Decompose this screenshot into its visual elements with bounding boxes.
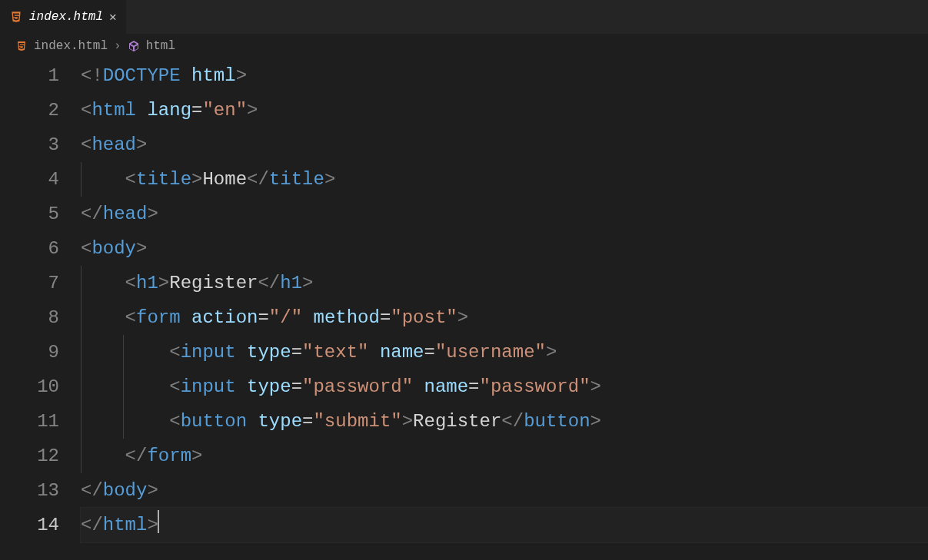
line-number: 3 — [0, 128, 59, 162]
line-number: 11 — [0, 404, 59, 439]
line-number: 4 — [0, 162, 59, 197]
code-editor[interactable]: 1234567891011121314 <!DOCTYPE html><html… — [0, 58, 928, 542]
code-line[interactable]: <h1>Register</h1> — [81, 266, 928, 300]
code-line[interactable]: <!DOCTYPE html> — [81, 58, 928, 93]
line-number: 5 — [0, 197, 59, 231]
line-number: 8 — [0, 300, 59, 335]
line-number: 7 — [0, 266, 59, 300]
code-content[interactable]: <!DOCTYPE html><html lang="en"><head> <t… — [81, 58, 928, 542]
code-line[interactable]: <input type="password" name="password"> — [81, 369, 928, 404]
close-icon[interactable]: ✕ — [109, 9, 117, 25]
symbol-icon — [128, 40, 140, 52]
line-number-gutter: 1234567891011121314 — [0, 58, 81, 542]
chevron-right-icon: › — [114, 39, 121, 53]
code-line[interactable]: <body> — [81, 231, 928, 266]
code-line[interactable]: <title>Home</title> — [81, 162, 928, 197]
tab-bar: index.html ✕ — [0, 0, 928, 34]
code-line[interactable]: <html lang="en"> — [81, 93, 928, 128]
line-number: 14 — [0, 508, 59, 542]
line-number: 6 — [0, 231, 59, 266]
code-line[interactable]: </html> — [81, 508, 928, 542]
code-line[interactable]: <head> — [81, 128, 928, 162]
text-cursor — [158, 510, 159, 533]
line-number: 9 — [0, 335, 59, 369]
html-file-icon — [15, 40, 28, 52]
code-line[interactable]: <form action="/" method="post"> — [81, 300, 928, 335]
html-file-icon — [9, 10, 23, 24]
line-number: 1 — [0, 58, 59, 93]
line-number: 10 — [0, 369, 59, 404]
breadcrumb-symbol: html — [146, 39, 175, 53]
code-line[interactable]: </form> — [81, 439, 928, 473]
line-number: 2 — [0, 93, 59, 128]
code-line[interactable]: </head> — [81, 197, 928, 231]
code-line[interactable]: </body> — [81, 473, 928, 508]
breadcrumb-file: index.html — [34, 39, 108, 53]
code-line[interactable]: <button type="submit">Register</button> — [81, 404, 928, 439]
code-line[interactable]: <input type="text" name="username"> — [81, 335, 928, 369]
breadcrumb[interactable]: index.html › html — [0, 34, 928, 58]
tab-index-html[interactable]: index.html ✕ — [0, 0, 127, 34]
tab-title: index.html — [29, 10, 103, 24]
line-number: 13 — [0, 473, 59, 508]
line-number: 12 — [0, 439, 59, 473]
